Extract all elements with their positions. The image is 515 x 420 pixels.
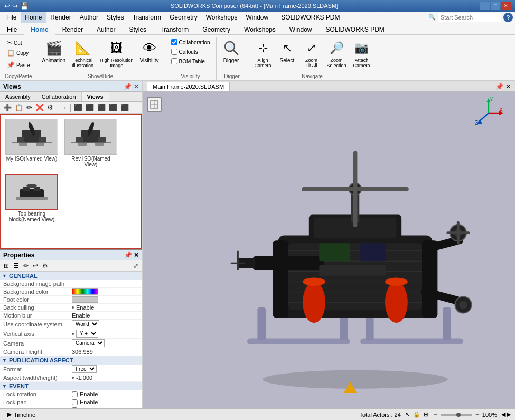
canvas-view[interactable]: Y X Z bbox=[143, 92, 515, 408]
properties-pin-icon[interactable]: 📌 bbox=[124, 251, 132, 259]
menu-window[interactable]: Window bbox=[242, 12, 273, 23]
tb-icon-3[interactable]: ⬛ bbox=[85, 103, 95, 112]
prop-lock-rotation-value[interactable]: Enable bbox=[72, 391, 139, 397]
props-tb-5[interactable]: ⚙ bbox=[41, 262, 50, 270]
quick-access[interactable]: ↩ ↪ 💾 bbox=[4, 2, 29, 10]
delete-view-button[interactable]: ❌ bbox=[34, 103, 45, 112]
menu-render[interactable]: Render bbox=[46, 12, 75, 23]
menu-solidworks-pdm[interactable]: SOLIDWORKS PDM bbox=[277, 12, 344, 23]
tab-assembly[interactable]: Assembly bbox=[0, 92, 36, 101]
menu-geometry[interactable]: Geometry bbox=[165, 12, 202, 23]
expand-left-icon[interactable]: ◀ bbox=[501, 411, 505, 418]
edit-view-button[interactable]: ✏ bbox=[25, 103, 33, 112]
zoom-control[interactable]: － ＋ 100% bbox=[433, 410, 497, 418]
bg-color-swatch[interactable] bbox=[72, 288, 98, 295]
prop-coord-value[interactable]: World bbox=[72, 320, 139, 328]
tb-icon-2[interactable]: ⬛ bbox=[73, 103, 83, 112]
help-button[interactable]: ? bbox=[503, 13, 513, 22]
ribbon-tab-author[interactable]: Author bbox=[90, 24, 122, 35]
general-section-header[interactable]: ▼ GENERAL bbox=[0, 272, 142, 280]
lock-pan-checkbox[interactable] bbox=[72, 399, 78, 405]
visibility-button[interactable]: 👁 Visibility bbox=[137, 38, 162, 65]
menu-transform[interactable]: Transform bbox=[128, 12, 165, 23]
tb-icon-6[interactable]: ⬛ bbox=[119, 103, 130, 112]
bom-table-button[interactable]: BOM Table bbox=[168, 57, 208, 66]
tb-icon-1[interactable]: → bbox=[59, 103, 68, 112]
attach-camera-button[interactable]: 📷 AttachCamera bbox=[350, 38, 373, 70]
search-input[interactable] bbox=[438, 13, 501, 22]
high-resolution-image-button[interactable]: 🖼 High ResolutionImage bbox=[97, 38, 136, 70]
marker-button[interactable] bbox=[147, 97, 162, 112]
properties-close-icon[interactable]: ✕ bbox=[134, 251, 139, 259]
prop-format-value[interactable]: Free bbox=[72, 365, 139, 373]
ribbon-tab-home[interactable]: Home bbox=[24, 24, 55, 35]
canvas-close-icon[interactable]: ✕ bbox=[505, 83, 511, 90]
menu-home[interactable]: Home bbox=[21, 12, 46, 23]
digger-button[interactable]: Digger bbox=[220, 38, 243, 65]
zoom-selection-button[interactable]: 🔎 ZoomSelection bbox=[324, 38, 349, 70]
lock-rotation-checkbox[interactable] bbox=[72, 391, 78, 397]
save-icon[interactable]: 💾 bbox=[20, 2, 29, 10]
prop-camera-value[interactable]: Camera bbox=[72, 339, 139, 347]
tab-collaboration[interactable]: Collaboration bbox=[36, 92, 82, 101]
restore-button[interactable]: □ bbox=[491, 2, 500, 10]
cut-button[interactable]: ✂ Cut bbox=[4, 38, 33, 48]
menu-workshops[interactable]: Workshops bbox=[202, 12, 242, 23]
view-item-top-bearing[interactable]: Top bearing block(Named View) bbox=[4, 173, 59, 223]
zoom-slider[interactable] bbox=[441, 414, 472, 416]
coord-dropdown[interactable]: World bbox=[72, 320, 99, 328]
ribbon-tab-transform[interactable]: Transform bbox=[153, 24, 195, 35]
prop-lock-zoom-value[interactable]: Enable bbox=[72, 407, 139, 408]
redo-icon[interactable]: ↪ bbox=[12, 2, 18, 10]
paste-button[interactable]: 📌 Paste bbox=[4, 60, 33, 70]
timeline-button[interactable]: ▶ Timeline bbox=[4, 410, 39, 419]
ribbon-tab-file[interactable]: File bbox=[0, 24, 24, 35]
prop-lock-pan-value[interactable]: Enable bbox=[72, 399, 139, 405]
ribbon-tab-workshops[interactable]: Workshops bbox=[237, 24, 283, 35]
window-controls[interactable]: _ □ ✕ bbox=[480, 2, 511, 10]
lock-icon[interactable]: 🔒 bbox=[413, 411, 420, 418]
prop-foot-color-value[interactable] bbox=[72, 296, 139, 303]
view-item-rev-iso[interactable]: Rev ISO(Named View) bbox=[63, 118, 118, 169]
add-view-button[interactable]: ➕ bbox=[2, 103, 13, 112]
align-camera-button[interactable]: ⊹ AlignCamera bbox=[251, 38, 275, 70]
zoom-fit-all-button[interactable]: ⤢ ZoomFit All bbox=[300, 38, 323, 70]
ribbon-tab-render[interactable]: Render bbox=[55, 24, 90, 35]
zoom-out-icon[interactable]: － bbox=[433, 410, 438, 418]
callouts-checkbox[interactable] bbox=[171, 49, 177, 55]
views-pin-icon[interactable]: 📌 bbox=[124, 83, 132, 90]
collaboration-checkbox[interactable] bbox=[171, 39, 177, 45]
props-tb-4[interactable]: ↩ bbox=[31, 262, 40, 270]
zoom-thumb[interactable] bbox=[456, 413, 461, 417]
animation-button[interactable]: 🎬 Animation bbox=[40, 38, 68, 65]
props-tb-1[interactable]: ⊞ bbox=[2, 262, 11, 270]
zoom-in-icon[interactable]: ＋ bbox=[474, 410, 480, 418]
technical-illustration-button[interactable]: 📐 TechnicalIllustration bbox=[69, 38, 96, 70]
ribbon-tab-solidworks-pdm[interactable]: SOLIDWORKS PDM bbox=[319, 24, 391, 35]
ribbon-tab-geometry[interactable]: Geometry bbox=[195, 24, 237, 35]
menu-styles[interactable]: Styles bbox=[102, 12, 128, 23]
view-item-my-iso[interactable]: My ISO(Named View) bbox=[4, 118, 59, 169]
ribbon-tab-window[interactable]: Window bbox=[283, 24, 319, 35]
copy-view-button[interactable]: 📋 bbox=[14, 103, 24, 112]
bom-table-checkbox[interactable] bbox=[171, 58, 177, 64]
tb-icon-5[interactable]: ⬛ bbox=[108, 103, 118, 112]
tb-icon-4[interactable]: ⬛ bbox=[96, 103, 107, 112]
format-dropdown[interactable]: Free bbox=[72, 365, 97, 373]
cursor-icon[interactable]: ↖ bbox=[405, 411, 410, 418]
close-button[interactable]: ✕ bbox=[501, 2, 511, 10]
publication-section-header[interactable]: ▼ PUBLICATION ASPECT bbox=[0, 356, 142, 365]
settings-view-button[interactable]: ⚙ bbox=[46, 103, 54, 112]
menu-file[interactable]: File bbox=[2, 12, 21, 23]
canvas-pin-icon[interactable]: 📌 bbox=[495, 83, 503, 90]
prop-bg-color-value[interactable] bbox=[72, 288, 139, 295]
lock-zoom-checkbox[interactable] bbox=[72, 407, 78, 409]
vertical-axis-dropdown[interactable]: Y + bbox=[76, 330, 98, 338]
expand-right-icon[interactable]: ▶ bbox=[507, 411, 511, 418]
collaboration-button[interactable]: Collaboration bbox=[168, 38, 213, 46]
canvas-tab-label[interactable]: Main Frame-2020.SLDASM bbox=[147, 82, 230, 91]
select-button[interactable]: ↖ Select bbox=[276, 38, 299, 65]
undo-icon[interactable]: ↩ bbox=[4, 2, 10, 10]
prop-vertical-axis-value[interactable]: Y + bbox=[72, 330, 139, 338]
views-close-icon[interactable]: ✕ bbox=[134, 83, 139, 90]
